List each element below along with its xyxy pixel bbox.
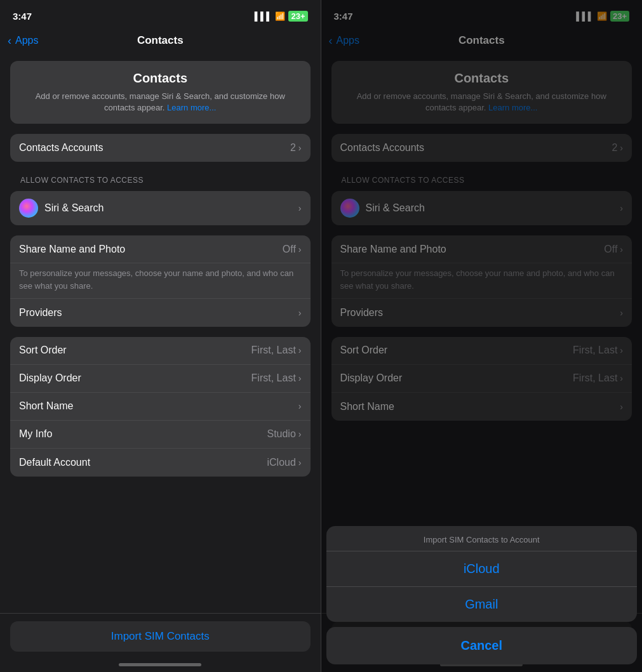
siri-chevron-right: › (620, 203, 623, 213)
header-desc-left: Add or remove accounts, manage Siri & Se… (20, 91, 300, 114)
back-label-right: Apps (337, 35, 359, 46)
contacts-accounts-group-left: Contacts Accounts 2 › (10, 134, 311, 162)
providers-chevron-right: › (620, 308, 623, 318)
wifi-icon-right: 📶 (597, 11, 607, 21)
action-sheet-cancel-button[interactable]: Cancel (326, 627, 638, 664)
share-name-label-right: Share Name and Photo (340, 244, 446, 255)
header-title-right: Contacts (342, 71, 622, 86)
contacts-accounts-value-right: 2 › (612, 142, 623, 154)
default-account-label-left: Default Account (19, 457, 90, 468)
my-info-chevron-left: › (298, 429, 302, 439)
contacts-accounts-chevron-left: › (298, 143, 302, 153)
sort-order-row-right[interactable]: Sort Order First, Last › (331, 337, 632, 365)
status-icons-left: ▌▌▌ 📶 23+ (255, 11, 308, 22)
sort-order-chevron-right: › (620, 345, 623, 355)
import-sim-label-left: Import SIM Contacts (111, 630, 210, 643)
contacts-accounts-row-left[interactable]: Contacts Accounts 2 › (10, 134, 311, 162)
providers-label-left: Providers (19, 307, 62, 319)
default-account-value-left: iCloud › (267, 457, 301, 468)
left-panel: 3:47 ▌▌▌ 📶 23+ ‹ Apps Contacts Contacts … (0, 0, 321, 672)
status-icons-right: ▌▌▌ 📶 23+ (576, 11, 629, 22)
header-desc-right: Add or remove accounts, manage Siri & Se… (342, 91, 622, 114)
display-order-value-right: First, Last › (573, 372, 623, 384)
sort-order-label-right: Sort Order (340, 345, 388, 356)
learn-more-left[interactable]: Learn more... (167, 103, 216, 112)
providers-row-left[interactable]: Providers › (10, 299, 311, 327)
header-title-left: Contacts (20, 71, 300, 86)
siri-row-right[interactable]: Siri & Search › (331, 191, 632, 225)
home-indicator-left (0, 659, 321, 672)
share-name-value-right: Off › (604, 244, 623, 255)
learn-more-right[interactable]: Learn more... (488, 103, 537, 112)
contacts-accounts-label-left: Contacts Accounts (19, 142, 104, 154)
sort-order-row-left[interactable]: Sort Order First, Last › (10, 337, 311, 365)
contacts-accounts-chevron-right: › (620, 143, 623, 153)
nav-bar-right: ‹ Apps Contacts (321, 28, 643, 56)
nav-title-left: Contacts (137, 34, 184, 47)
short-name-row-left[interactable]: Short Name › (10, 393, 311, 421)
display-order-row-left[interactable]: Display Order First, Last › (10, 365, 311, 393)
display-order-label-right: Display Order (340, 372, 403, 384)
contacts-accounts-group-right: Contacts Accounts 2 › (331, 134, 632, 162)
share-name-desc-right: To personalize your messages, choose you… (331, 263, 632, 298)
bottom-area-left: Import SIM Contacts (0, 613, 321, 672)
share-name-chevron-right: › (620, 244, 623, 254)
share-group-left: Share Name and Photo Off › To personaliz… (10, 235, 311, 326)
default-account-chevron-left: › (298, 458, 302, 468)
action-sheet-icloud-label: iCloud (464, 562, 500, 576)
right-panel: 3:47 ▌▌▌ 📶 23+ ‹ Apps Contacts Contacts … (321, 0, 643, 672)
contacts-accounts-row-right[interactable]: Contacts Accounts 2 › (331, 134, 632, 162)
providers-row-right[interactable]: Providers › (331, 299, 632, 327)
siri-row-left-content: Siri & Search (19, 199, 104, 218)
default-account-row-left[interactable]: Default Account iCloud › (10, 449, 311, 477)
siri-group-left: Siri & Search › (10, 191, 311, 225)
share-group-right: Share Name and Photo Off › To personaliz… (331, 235, 632, 326)
share-name-row-left[interactable]: Share Name and Photo Off › (10, 235, 311, 263)
siri-label-right: Siri & Search (366, 202, 425, 214)
nav-bar-left: ‹ Apps Contacts (0, 28, 321, 56)
back-button-left[interactable]: ‹ Apps (8, 34, 38, 48)
share-name-desc-left: To personalize your messages, choose you… (10, 263, 311, 298)
siri-chevron-left: › (298, 203, 302, 213)
header-card-right: Contacts Add or remove accounts, manage … (331, 61, 632, 124)
display-order-value-left: First, Last › (251, 372, 302, 384)
sort-order-value-left: First, Last › (251, 345, 302, 356)
back-chevron-left: ‹ (8, 34, 11, 48)
sort-order-value-right: First, Last › (573, 345, 623, 356)
share-name-chevron-left: › (298, 244, 302, 254)
order-group-right: Sort Order First, Last › Display Order F… (331, 337, 632, 421)
siri-row-right-content: Siri & Search (340, 199, 425, 218)
siri-group-right: Siri & Search › (331, 191, 632, 225)
import-sim-button-left[interactable]: Import SIM Contacts (10, 621, 311, 652)
display-order-label-left: Display Order (19, 372, 81, 384)
wifi-icon-left: 📶 (275, 11, 285, 21)
siri-label-left: Siri & Search (44, 202, 104, 214)
home-bar-left (119, 663, 201, 666)
share-name-value-left: Off › (283, 244, 302, 255)
contacts-accounts-value-left: 2 › (290, 142, 302, 154)
my-info-row-left[interactable]: My Info Studio › (10, 421, 311, 449)
time-right: 3:47 (334, 11, 353, 22)
sort-order-chevron-left: › (298, 345, 302, 355)
display-order-chevron-right: › (620, 373, 623, 383)
signal-icon-left: ▌▌▌ (255, 11, 272, 21)
providers-label-right: Providers (340, 307, 384, 319)
back-button-right[interactable]: ‹ Apps (329, 34, 359, 48)
battery-right: 23+ (610, 11, 629, 22)
providers-chevron-left: › (298, 308, 302, 318)
siri-row-left[interactable]: Siri & Search › (10, 191, 311, 225)
siri-icon-right (340, 199, 359, 218)
time-left: 3:47 (13, 11, 32, 22)
my-info-label-left: My Info (19, 428, 52, 440)
display-order-row-right[interactable]: Display Order First, Last › (331, 365, 632, 393)
action-sheet-gmail[interactable]: Gmail (326, 587, 638, 622)
share-name-row-right[interactable]: Share Name and Photo Off › (331, 235, 632, 263)
short-name-chevron-left: › (298, 401, 302, 411)
status-bar-left: 3:47 ▌▌▌ 📶 23+ (0, 0, 321, 28)
short-name-label-right: Short Name (340, 401, 394, 412)
display-order-chevron-left: › (298, 373, 302, 383)
short-name-row-right[interactable]: Short Name › (331, 393, 632, 421)
action-sheet-cancel-group: Cancel (326, 627, 638, 664)
battery-left: 23+ (288, 11, 307, 22)
action-sheet-icloud[interactable]: iCloud (326, 551, 638, 587)
